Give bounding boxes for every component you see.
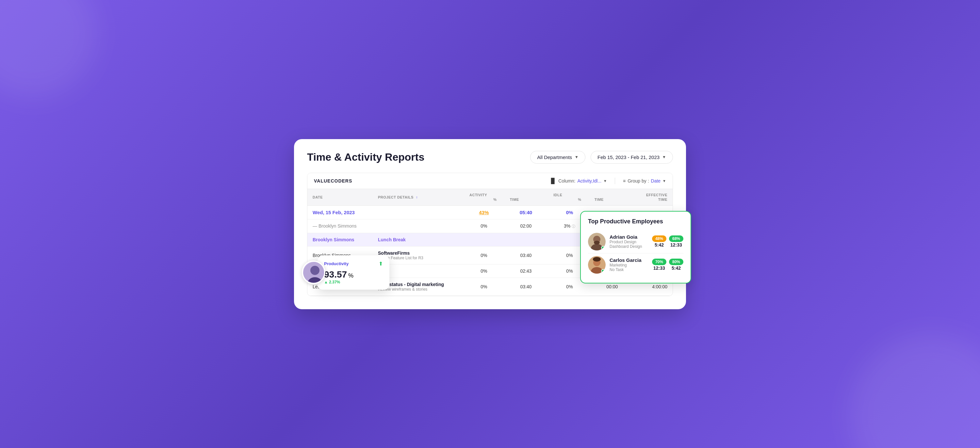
employee-row: Adrian Goia Product Design Dashboard Des… (588, 230, 683, 253)
effective-time: 5:42 (671, 265, 681, 271)
employee-name: Adrian Goia (609, 234, 648, 240)
employee-stats: 70% 12:33 80% 5:42 (652, 259, 683, 271)
effective-stat: 80% 5:42 (669, 259, 683, 271)
lunch-person-name: Brooklyn Simmons (313, 237, 355, 242)
effective-stat: 68% 12:33 (669, 235, 683, 248)
th-project: PROJECT DETAILS ↑ (373, 189, 464, 206)
act-pct-cell: 43% (464, 205, 504, 219)
groupby-label: Group by : (627, 178, 649, 184)
project-name: SoftwareFirms (378, 251, 459, 256)
main-card: Time & Activity Reports All Departments … (294, 139, 686, 309)
activity-time: 05:40 (520, 210, 532, 215)
date-label: Wed, 15 Feb, 2023 (313, 210, 355, 215)
employee-info: Adrian Goia Product Design Dashboard Des… (609, 234, 648, 249)
th-activity-group: ACTIVITY % TIME (464, 189, 548, 206)
employee-name: Carlos Garcia (609, 257, 648, 263)
lunch-name-cell: Brooklyn Simmons (307, 233, 373, 246)
productivity-label: Productivity (324, 261, 348, 266)
toolbar-divider (615, 178, 615, 184)
lunch-label: Lunch Break (378, 237, 406, 242)
activity-time: 12:33 (653, 265, 665, 271)
departments-chevron-icon: ▼ (574, 155, 579, 159)
idle-pct: 0% (566, 210, 573, 215)
top-employees-card: Top Productive Employees Adrian Goia Pro… (580, 211, 691, 283)
project-cell (373, 205, 464, 219)
act-time-cell: 03:40 (504, 246, 549, 264)
th-date: DATE (307, 189, 373, 206)
act-pct-cell: 0% (464, 278, 504, 295)
project-name: Workstatus - Digital marketing (378, 282, 459, 287)
groupby-value: Date (651, 178, 661, 184)
svg-point-6 (594, 241, 600, 245)
project-task: Review wireframes & stories (378, 287, 459, 292)
productivity-value: 93.57 (324, 269, 347, 280)
employee-task: No Task (609, 267, 648, 272)
table-toolbar: VALUECODERS ▐▌ Column: Activity,Idl... ▼… (307, 173, 673, 189)
name-cell: — Brooklyn Simmons (307, 219, 373, 233)
act-pct-cell: 0% (464, 246, 504, 264)
company-label: VALUECODERS (314, 178, 352, 184)
header-controls: All Departments ▼ Feb 15, 2023 - Feb 21,… (530, 151, 673, 164)
activity-time: 5:42 (655, 242, 664, 248)
svg-point-1 (310, 266, 320, 275)
page-title: Time & Activity Reports (307, 151, 424, 163)
column-chevron-icon: ▼ (603, 179, 607, 183)
groupby-icon: ≡ (623, 178, 625, 184)
effective-badge: 68% (669, 235, 683, 242)
employee-avatar (588, 233, 606, 251)
column-value: Activity,Idl... (577, 178, 601, 184)
employee-dept: Marketing (609, 263, 648, 267)
person-name: — Brooklyn Simmons (313, 223, 357, 229)
employee-info: Carlos Garcia Marketing No Task (609, 257, 648, 272)
act-pct-cell: 0% (464, 264, 504, 278)
effective-time: 12:33 (670, 242, 682, 248)
act-pct-cell: 0% (464, 219, 504, 233)
act-time-cell: 05:40 (504, 205, 549, 219)
groupby-chevron-icon: ▼ (662, 179, 666, 183)
activity-stat: 48% 5:42 (652, 235, 667, 248)
project-cell (373, 219, 464, 233)
svg-point-10 (593, 257, 601, 262)
productivity-card: Productivity ⬆ 93.57 % ▲ 2.37% (318, 255, 390, 290)
column-bars-icon: ▐▌ (549, 178, 557, 184)
employee-stats: 48% 5:42 68% 12:33 (652, 235, 683, 248)
date-range-label: Feb 15, 2023 - Feb 21, 2023 (598, 154, 660, 160)
act-time-cell: 03:40 (504, 278, 549, 295)
employee-dept: Product Design (609, 240, 648, 244)
groupby-control[interactable]: ≡ Group by : Date ▼ (623, 178, 666, 184)
online-indicator (601, 246, 605, 250)
effective-badge: 80% (669, 259, 683, 265)
employee-task: Dashboard Design (609, 244, 648, 249)
th-idle-group: IDLE % TIME (548, 189, 633, 206)
productivity-change: ▲ 2.37% (324, 280, 383, 284)
project-task: Create Feature List for R3 (378, 256, 459, 260)
th-effective: EFFECTIVE TIME (633, 189, 673, 206)
departments-label: All Departments (537, 154, 572, 160)
online-indicator (601, 269, 605, 273)
page-header: Time & Activity Reports All Departments … (307, 151, 673, 164)
top-employees-title: Top Productive Employees (588, 218, 683, 225)
column-control[interactable]: ▐▌ Column: Activity,Idl... ▼ (549, 178, 607, 184)
date-range-dropdown[interactable]: Feb 15, 2023 - Feb 21, 2023 ▼ (590, 151, 673, 164)
act-time-cell: 02:00 (504, 219, 549, 233)
activity-badge: 70% (652, 259, 667, 265)
productivity-header: Productivity ⬆ (324, 261, 383, 267)
departments-dropdown[interactable]: All Departments ▼ (530, 151, 585, 164)
date-cell: Wed, 15 Feb, 2023 (307, 205, 373, 219)
column-label: Column: (558, 178, 575, 184)
trend-icon: ⬆ (379, 261, 383, 267)
employee-row: Carlos Garcia Marketing No Task 70% 12:3… (588, 253, 683, 276)
toolbar-right: ▐▌ Column: Activity,Idl... ▼ ≡ Group by … (549, 178, 666, 184)
act-time-cell: 02:43 (504, 264, 549, 278)
employee-avatar (588, 256, 606, 274)
activity-stat: 70% 12:33 (652, 259, 667, 271)
activity-pct: 43% (479, 210, 489, 215)
productivity-unit: % (348, 272, 353, 279)
date-chevron-icon: ▼ (662, 155, 666, 159)
activity-badge: 48% (652, 235, 667, 242)
info-icon: ⓘ (572, 224, 575, 228)
table-header-row: DATE PROJECT DETAILS ↑ ACTIVITY % TIME (307, 189, 673, 206)
